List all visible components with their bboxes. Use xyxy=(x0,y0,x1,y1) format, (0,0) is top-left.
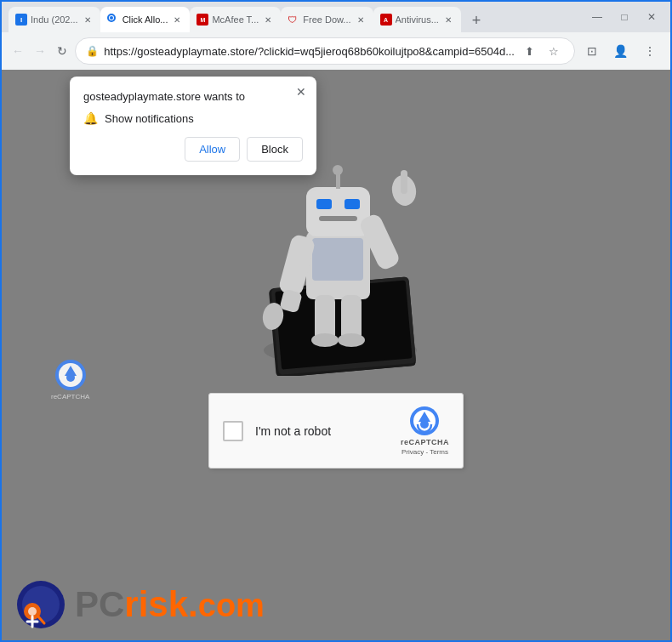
pcrisk-watermark: PCrisk.com xyxy=(15,579,265,630)
address-icons: ⬆ ☆ xyxy=(520,41,564,61)
mini-recaptcha-logo-svg xyxy=(54,359,87,391)
mini-recaptcha: reCAPTCHA xyxy=(51,359,89,401)
bell-icon: 🔔 xyxy=(83,111,98,125)
bookmark-icon[interactable]: ☆ xyxy=(544,41,564,61)
menu-icon[interactable]: ⋮ xyxy=(636,37,663,65)
tab-favicon-click xyxy=(107,14,119,26)
tab-close-mcafee[interactable]: ✕ xyxy=(262,14,274,26)
url-text: https://gosteadyplaymate.store/?clickid=… xyxy=(104,45,515,58)
pcrisk-text-area: PCrisk.com xyxy=(75,587,265,622)
nav-bar: ← → ↻ 🔒 https://gosteadyplaymate.store/?… xyxy=(2,32,670,70)
recaptcha-checkbox[interactable] xyxy=(223,421,243,441)
tab-indu[interactable]: I Indu (202... ✕ xyxy=(9,7,100,32)
recaptcha-brand-text: reCAPTCHA xyxy=(401,438,449,446)
block-button[interactable]: Block xyxy=(247,137,303,162)
tab-favicon-mcafee: M xyxy=(196,14,208,26)
tabs-area: I Indu (202... ✕ Click Allo... ✕ M McAfe… xyxy=(9,2,582,32)
svg-point-28 xyxy=(420,420,429,429)
browser-window: I Indu (202... ✕ Click Allo... ✕ M McAfe… xyxy=(0,0,672,642)
svg-rect-6 xyxy=(312,238,363,281)
maximize-button[interactable]: □ xyxy=(612,5,636,29)
tab-close-click[interactable]: ✕ xyxy=(171,14,183,26)
tab-title-freedow: Free Dow... xyxy=(303,14,350,25)
tab-title-mcafee: McAfee T... xyxy=(212,14,259,25)
pcrisk-com: com xyxy=(198,588,265,623)
svg-point-21 xyxy=(311,333,339,347)
recaptcha-widget[interactable]: I'm not a robot reCAPTCHA Privacy - Term… xyxy=(208,393,464,469)
page-content: ✕ gosteadyplaymate.store wants to 🔔 Show… xyxy=(2,70,670,640)
tab-mcafee[interactable]: M McAfee T... ✕ xyxy=(190,7,281,32)
svg-rect-18 xyxy=(401,170,407,194)
svg-rect-8 xyxy=(316,199,332,209)
recaptcha-links-text: Privacy - Terms xyxy=(401,448,448,456)
address-bar[interactable]: 🔒 https://gosteadyplaymate.store/?clicki… xyxy=(75,37,575,65)
toolbar-icons: ⊡ 👤 ⋮ xyxy=(578,37,663,65)
svg-rect-10 xyxy=(319,216,357,221)
recaptcha-logo-svg xyxy=(409,406,440,436)
tab-favicon-antivirus: A xyxy=(380,14,392,26)
svg-point-25 xyxy=(66,373,75,382)
pcrisk-dot: . xyxy=(188,584,198,624)
tab-title-antivirus: Antivirus... xyxy=(396,14,439,25)
extensions-icon[interactable]: ⊡ xyxy=(578,37,606,65)
popup-notification-row: 🔔 Show notifications xyxy=(83,111,303,125)
svg-point-12 xyxy=(333,165,343,175)
tab-favicon-freedow: 🛡 xyxy=(288,14,299,26)
window-controls: — □ ✕ xyxy=(585,5,663,29)
pcrisk-risk: risk xyxy=(124,584,188,624)
back-button[interactable]: ← xyxy=(9,37,27,65)
close-button[interactable]: ✕ xyxy=(640,5,663,29)
notification-popup: ✕ gosteadyplaymate.store wants to 🔔 Show… xyxy=(70,77,316,175)
tab-click[interactable]: Click Allo... ✕ xyxy=(100,7,191,32)
forward-button[interactable]: → xyxy=(31,37,49,65)
pcrisk-pc: PC xyxy=(75,584,124,624)
recaptcha-logo-area: reCAPTCHA Privacy - Terms xyxy=(401,406,449,456)
recaptcha-label: I'm not a robot xyxy=(255,424,401,438)
tab-close-indu[interactable]: ✕ xyxy=(82,14,94,26)
tab-favicon-indu: I xyxy=(15,14,27,26)
allow-button[interactable]: Allow xyxy=(185,137,240,162)
pcrisk-logo-svg xyxy=(15,579,66,630)
pcrisk-text: PCrisk.com xyxy=(75,584,265,624)
tab-antivirus[interactable]: A Antivirus... ✕ xyxy=(373,7,461,32)
popup-title: gosteadyplaymate.store wants to xyxy=(83,90,303,103)
profile-icon[interactable]: 👤 xyxy=(607,37,635,65)
reload-button[interactable]: ↻ xyxy=(53,37,71,65)
tab-close-antivirus[interactable]: ✕ xyxy=(442,14,454,26)
popup-buttons: Allow Block xyxy=(83,137,303,162)
title-bar: I Indu (202... ✕ Click Allo... ✕ M McAfe… xyxy=(2,2,670,32)
mini-recaptcha-label: reCAPTCHA xyxy=(51,393,89,401)
minimize-button[interactable]: — xyxy=(585,5,609,29)
popup-notification-text: Show notifications xyxy=(105,112,194,125)
new-tab-button[interactable]: + xyxy=(464,9,488,32)
svg-rect-11 xyxy=(336,173,340,189)
svg-point-22 xyxy=(338,333,365,347)
share-icon[interactable]: ⬆ xyxy=(520,41,540,61)
tab-title-click: Click Allo... xyxy=(122,14,168,25)
lock-icon: 🔒 xyxy=(86,45,99,57)
tab-close-freedow[interactable]: ✕ xyxy=(355,14,367,26)
svg-point-34 xyxy=(28,607,37,616)
svg-rect-9 xyxy=(345,199,360,209)
tab-title-indu: Indu (202... xyxy=(31,14,78,25)
tab-freedow[interactable]: 🛡 Free Dow... ✕ xyxy=(281,7,373,32)
svg-rect-7 xyxy=(306,187,370,236)
popup-close-button[interactable]: ✕ xyxy=(293,83,310,100)
